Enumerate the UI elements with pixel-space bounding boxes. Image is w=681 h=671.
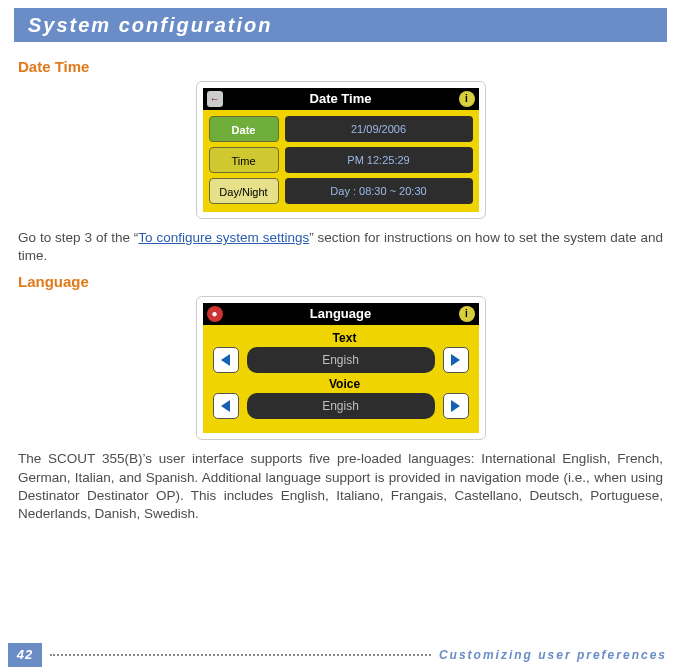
arrow-left-button[interactable] (213, 347, 239, 373)
page-footer: 42 Customizing user preferences (0, 643, 681, 667)
language-row-text: Engish (213, 347, 469, 373)
language-titlebar: ● Language i (203, 303, 479, 325)
section-heading-datetime: Date Time (18, 58, 663, 75)
section-heading-language: Language (18, 273, 663, 290)
chevron-right-icon (451, 400, 460, 412)
language-screenshot-wrap: ● Language i Text Engish Voice Engish (18, 296, 663, 440)
datetime-device: ← Date Time i Date 21/09/2006 Time PM 12… (203, 88, 479, 212)
datetime-value-date: 21/09/2006 (285, 116, 473, 142)
chevron-right-icon (451, 354, 460, 366)
language-sublabel-text: Text (221, 331, 469, 345)
datetime-body: Date 21/09/2006 Time PM 12:25:29 Day/Nig… (203, 110, 479, 212)
info-icon[interactable]: i (459, 306, 475, 322)
datetime-row-daynight[interactable]: Day/Night Day : 08:30 ~ 20:30 (209, 178, 473, 204)
language-body-text: The SCOUT 355(B)’s user interface suppor… (18, 450, 663, 523)
datetime-screen-title: Date Time (310, 91, 372, 106)
globe-icon[interactable]: ● (207, 306, 223, 322)
footer-chapter: Customizing user preferences (439, 648, 667, 662)
back-icon[interactable]: ← (207, 91, 223, 107)
language-screen-title: Language (310, 306, 371, 321)
datetime-label-date: Date (209, 116, 279, 142)
arrow-right-button[interactable] (443, 347, 469, 373)
info-icon[interactable]: i (459, 91, 475, 107)
language-device: ● Language i Text Engish Voice Engish (203, 303, 479, 433)
datetime-label-time: Time (209, 147, 279, 173)
page-number-badge: 42 (8, 643, 42, 667)
language-value-text: Engish (247, 347, 435, 373)
datetime-value-daynight: Day : 08:30 ~ 20:30 (285, 178, 473, 204)
arrow-left-button[interactable] (213, 393, 239, 419)
datetime-screenshot: ← Date Time i Date 21/09/2006 Time PM 12… (196, 81, 486, 219)
page-header-title: System configuration (28, 14, 272, 36)
datetime-row-date[interactable]: Date 21/09/2006 (209, 116, 473, 142)
language-body: Text Engish Voice Engish (203, 325, 479, 433)
language-sublabel-voice: Voice (221, 377, 469, 391)
datetime-value-time: PM 12:25:29 (285, 147, 473, 173)
chevron-left-icon (221, 400, 230, 412)
datetime-titlebar: ← Date Time i (203, 88, 479, 110)
language-row-voice: Engish (213, 393, 469, 419)
datetime-row-time[interactable]: Time PM 12:25:29 (209, 147, 473, 173)
language-value-voice: Engish (247, 393, 435, 419)
chevron-left-icon (221, 354, 230, 366)
arrow-right-button[interactable] (443, 393, 469, 419)
datetime-text-prefix: Go to step 3 of the “ (18, 230, 138, 245)
page-content: Date Time ← Date Time i Date 21/09/2006 … (0, 42, 681, 523)
datetime-label-daynight: Day/Night (209, 178, 279, 204)
footer-dots (50, 654, 431, 656)
page-header: System configuration (14, 8, 667, 42)
configure-settings-link[interactable]: To configure system settings (138, 230, 309, 245)
language-screenshot: ● Language i Text Engish Voice Engish (196, 296, 486, 440)
datetime-screenshot-wrap: ← Date Time i Date 21/09/2006 Time PM 12… (18, 81, 663, 219)
datetime-body-text: Go to step 3 of the “To configure system… (18, 229, 663, 265)
